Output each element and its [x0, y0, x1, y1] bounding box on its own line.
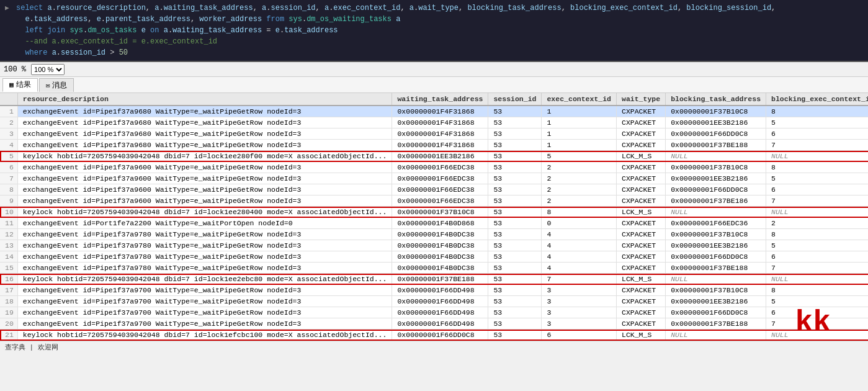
sql-line-2: e.task_address, e.parent_task_address, w… [16, 14, 776, 25]
table-row[interactable]: 7exchangeEvent id=Pipe1f37a9600 WaitType… [0, 173, 868, 184]
table-row[interactable]: 2exchangeEvent id=Pipe1f37a9680 WaitType… [0, 117, 868, 128]
cell-blocking_exec_context_id: NULL [766, 274, 868, 285]
row-number: 12 [0, 229, 17, 240]
cell-session_id: 53 [488, 128, 542, 140]
cell-resource_description: exchangeEvent id=Pipe1f37a9680 WaitType=… [17, 140, 392, 151]
cell-blocking_exec_context_id: 6 [766, 184, 868, 196]
cell-exec_context_id: 1 [542, 117, 617, 128]
tab-messages[interactable]: ✉ 消息 [39, 78, 74, 92]
tab-messages-label: 消息 [52, 80, 67, 91]
col-exec_context_id: exec_context_id [542, 93, 617, 106]
table-row[interactable]: 3exchangeEvent id=Pipe1f37a9680 WaitType… [0, 128, 868, 140]
cell-session_id: 53 [488, 251, 542, 263]
cell-blocking_exec_context_id: 8 [766, 162, 868, 173]
cell-session_id: 53 [488, 140, 542, 151]
cell-blocking_exec_context_id: 6 [766, 128, 868, 140]
cell-wait_type: LCK_M_S [617, 330, 666, 341]
table-row[interactable]: 20exchangeEvent id=Pipe1f37a9700 WaitTyp… [0, 318, 868, 330]
table-row[interactable]: 14exchangeEvent id=Pipe1f37a9780 WaitTyp… [0, 251, 868, 263]
cell-session_id: 53 [488, 173, 542, 184]
cell-blocking_task_address: 0x00000001F37B10C8 [666, 162, 766, 173]
row-number: 13 [0, 240, 17, 251]
table-row[interactable]: 16keylock hobtid=72057594039042048 dbid=… [0, 274, 868, 285]
cell-exec_context_id: 2 [542, 162, 617, 173]
cell-resource_description: exchangeEvent id=Pipe1f37a9780 WaitType=… [17, 229, 392, 240]
table-row[interactable]: 15exchangeEvent id=Pipe1f37a9780 WaitTyp… [0, 263, 868, 274]
results-table: resource_description waiting_task_addres… [0, 93, 868, 341]
table-row[interactable]: 19exchangeEvent id=Pipe1f37a9700 WaitTyp… [0, 307, 868, 318]
row-number: 19 [0, 307, 17, 318]
cell-session_id: 53 [488, 184, 542, 196]
cell-resource_description: keylock hobtid=72057594039042048 dbid=7 … [17, 207, 392, 218]
cell-wait_type: CXPACKET [617, 106, 666, 117]
cell-waiting_task_address: 0x00000001F37B10C8 [392, 207, 488, 218]
table-row[interactable]: 17exchangeEvent id=Pipe1f37a9700 WaitTyp… [0, 285, 868, 296]
row-number: 16 [0, 274, 17, 285]
cell-blocking_task_address: 0x00000001F66DD0C8 [666, 251, 766, 263]
cell-exec_context_id: 4 [542, 251, 617, 263]
cell-session_id: 53 [488, 117, 542, 128]
cell-exec_context_id: 6 [542, 330, 617, 341]
cell-blocking_exec_context_id: 5 [766, 117, 868, 128]
row-number: 20 [0, 318, 17, 330]
cell-blocking_task_address: 0x00000001F37BE186 [666, 196, 766, 207]
cell-waiting_task_address: 0x00000001F4F31868 [392, 128, 488, 140]
table-row[interactable]: 11exchangeEvent id=Port1fe7a2200 WaitTyp… [0, 218, 868, 229]
results-container[interactable]: resource_description waiting_task_addres… [0, 93, 868, 341]
table-row[interactable]: 12exchangeEvent id=Pipe1f37a9780 WaitTyp… [0, 229, 868, 240]
cell-wait_type: LCK_M_S [617, 207, 666, 218]
table-row[interactable]: 6exchangeEvent id=Pipe1f37a9600 WaitType… [0, 162, 868, 173]
cell-wait_type: CXPACKET [617, 196, 666, 207]
cell-exec_context_id: 2 [542, 196, 617, 207]
cell-exec_context_id: 2 [542, 173, 617, 184]
cell-blocking_exec_context_id: 7 [766, 140, 868, 151]
cell-session_id: 53 [488, 274, 542, 285]
cell-session_id: 53 [488, 240, 542, 251]
cell-session_id: 53 [488, 296, 542, 307]
cell-blocking_task_address: 0x00000001EE3B2186 [666, 240, 766, 251]
zoom-select[interactable]: 75 % 100 % 125 % 150 % 200 % [31, 64, 65, 75]
cell-waiting_task_address: 0x00000001F4B0DC38 [392, 251, 488, 263]
cell-blocking_task_address: 0x00000001F37B10C8 [666, 229, 766, 240]
toolbar: 100 % 75 % 100 % 125 % 150 % 200 % [0, 62, 868, 77]
cell-session_id: 53 [488, 106, 542, 117]
cell-blocking_task_address: NULL [666, 151, 766, 162]
zoom-label: 100 % [4, 65, 26, 74]
status-bar: 查字典 | 欢迎网 [0, 341, 868, 353]
table-row[interactable]: 18exchangeEvent id=Pipe1f37a9700 WaitTyp… [0, 296, 868, 307]
table-row[interactable]: 21keylock hobtid=72057594039042048 dbid=… [0, 330, 868, 341]
cell-wait_type: CXPACKET [617, 263, 666, 274]
cell-blocking_task_address: 0x00000001EE3B2186 [666, 296, 766, 307]
table-row[interactable]: 1exchangeEvent id=Pipe1f37a9680 WaitType… [0, 106, 868, 117]
cell-session_id: 53 [488, 263, 542, 274]
cell-wait_type: CXPACKET [617, 140, 666, 151]
row-number: 2 [0, 117, 17, 128]
watermark-text: 查字典 | 欢迎网 [5, 343, 58, 352]
cell-resource_description: exchangeEvent id=Pipe1f37a9700 WaitType=… [17, 285, 392, 296]
cell-exec_context_id: 1 [542, 106, 617, 117]
table-row[interactable]: 5keylock hobtid=72057594039042048 dbid=7… [0, 151, 868, 162]
cell-session_id: 53 [488, 162, 542, 173]
cell-blocking_exec_context_id: 2 [766, 218, 868, 229]
tab-results[interactable]: ▦ 结果 [2, 78, 38, 92]
sql-line-3: left join sys.dm_os_tasks e on a.waiting… [16, 25, 776, 36]
table-row[interactable]: 8exchangeEvent id=Pipe1f37a9600 WaitType… [0, 184, 868, 196]
col-resource_description: resource_description [17, 93, 392, 106]
table-row[interactable]: 4exchangeEvent id=Pipe1f37a9680 WaitType… [0, 140, 868, 151]
row-number: 17 [0, 285, 17, 296]
row-number: 3 [0, 128, 17, 140]
cell-waiting_task_address: 0x00000001F66DD498 [392, 296, 488, 307]
table-row[interactable]: 13exchangeEvent id=Pipe1f37a9780 WaitTyp… [0, 240, 868, 251]
cell-blocking_exec_context_id: NULL [766, 330, 868, 341]
cell-waiting_task_address: 0x00000001F66EDC38 [392, 162, 488, 173]
row-number: 6 [0, 162, 17, 173]
cell-blocking_task_address: 0x00000001F66EDC36 [666, 218, 766, 229]
table-row[interactable]: 9exchangeEvent id=Pipe1f37a9600 WaitType… [0, 196, 868, 207]
col-rownum [0, 93, 17, 106]
table-row[interactable]: 10keylock hobtid=72057594039042048 dbid=… [0, 207, 868, 218]
col-wait_type: wait_type [617, 93, 666, 106]
cell-wait_type: CXPACKET [617, 318, 666, 330]
sql-editor[interactable]: ▶ select a.resource_description, a.waiti… [0, 0, 868, 62]
cell-blocking_exec_context_id: 6 [766, 251, 868, 263]
cell-resource_description: keylock hobtid=72057594039042048 dbid=7 … [17, 274, 392, 285]
